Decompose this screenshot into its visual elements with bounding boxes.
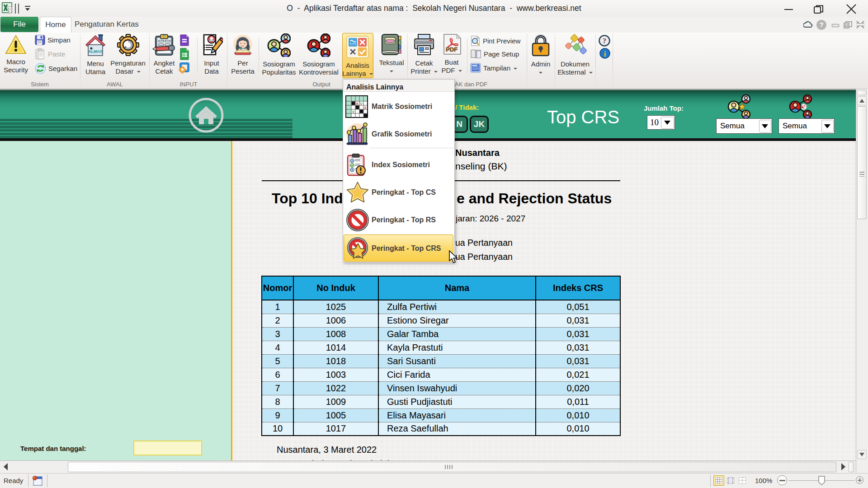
svg-text:?: ? [603, 37, 606, 45]
svg-text:ALMAS: ALMAS [88, 49, 103, 54]
svg-text:PDF: PDF [446, 46, 458, 53]
svg-text:i: i [604, 50, 606, 58]
svg-text:X: X [356, 101, 359, 105]
svg-text:X: X [364, 105, 367, 109]
svg-text:V: V [352, 109, 355, 113]
svg-text:V: V [360, 101, 363, 105]
